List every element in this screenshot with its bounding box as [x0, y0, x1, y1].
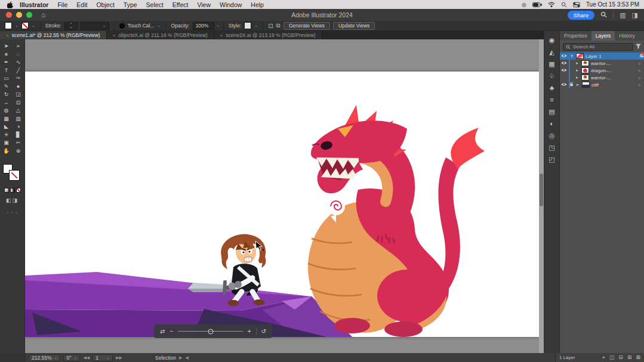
zoom-level-field[interactable]: 212.55% ⌄ — [29, 354, 60, 361]
tab-history[interactable]: History — [615, 31, 639, 41]
chevron-right-icon[interactable]: ▸ — [575, 61, 580, 66]
layer-row-cliff[interactable]: ▸ cliff ○ — [560, 81, 644, 88]
draw-modes-icon[interactable]: ◧◨ — [6, 197, 19, 203]
curvature-tool-icon[interactable]: ∿ — [14, 58, 23, 66]
blob-brush-tool-icon[interactable]: ● — [14, 83, 23, 91]
layer-name[interactable]: Layer 1 — [586, 54, 634, 59]
layer-row-warrior-2[interactable]: ▸ warrior-... ○ — [560, 74, 644, 81]
visibility-eye-icon[interactable] — [560, 82, 568, 88]
appearance-panel-icon[interactable]: ◎ — [549, 131, 555, 140]
window-minimize-button[interactable] — [16, 12, 22, 18]
export-panel-icon[interactable]: ◳ — [549, 143, 554, 152]
arrange-documents-icon[interactable]: ▥ — [620, 11, 625, 19]
menu-file[interactable]: File — [57, 1, 67, 8]
zoom-in-button[interactable]: + — [248, 328, 251, 335]
layer-thumbnail[interactable] — [581, 60, 589, 66]
clipping-mask-icon[interactable]: ◫ — [609, 354, 615, 361]
target-circle-icon[interactable]: ○ — [636, 76, 642, 80]
menu-object[interactable]: Object — [96, 1, 114, 8]
target-circle-icon[interactable]: ○ — [636, 54, 642, 58]
doc-tab-scene2x[interactable]: × scene2X.ai @ 213.19 % (RGB/Preview) — [214, 31, 322, 39]
menu-help[interactable]: Help — [251, 1, 264, 8]
workspace-switcher-icon[interactable]: ◨ — [632, 11, 638, 19]
selection-tool-icon[interactable]: ➤ — [2, 42, 11, 50]
wifi-icon[interactable] — [548, 2, 555, 8]
rectangle-tool-icon[interactable]: ▭ — [2, 75, 11, 82]
locate-object-icon[interactable]: ⌖ — [602, 354, 605, 361]
tab-close-icon[interactable]: × — [113, 33, 116, 38]
stroke-color-swatch[interactable] — [21, 22, 29, 29]
layer-thumbnail[interactable] — [576, 53, 584, 59]
paintbrush-tool-icon[interactable]: ✑ — [14, 75, 23, 82]
blend-tool-icon[interactable]: ◑ — [14, 123, 23, 131]
shape-builder-tool-icon[interactable]: ◍ — [2, 107, 11, 115]
gradient-mode-icon[interactable] — [10, 188, 15, 193]
transparency-panel-icon[interactable]: ◐ — [550, 119, 554, 128]
style-dropdown-icon[interactable]: ⌄ — [254, 23, 258, 28]
eyedropper-tool-icon[interactable]: ◣ — [2, 123, 11, 131]
color-mode-icon[interactable] — [4, 188, 9, 193]
menu-type[interactable]: Type — [124, 1, 137, 8]
slice-tool-icon[interactable]: ✂ — [14, 139, 23, 147]
generate-views-button[interactable]: Generate Views — [284, 22, 330, 30]
perspective-grid-tool-icon[interactable]: △ — [14, 107, 23, 115]
chevron-right-icon[interactable]: ▸ — [575, 82, 580, 87]
layers-search-input[interactable] — [573, 44, 630, 49]
free-transform-tool-icon[interactable]: ⊡ — [14, 99, 23, 107]
new-sublayer-icon[interactable]: ⊟ — [618, 354, 623, 361]
width-tool-icon[interactable]: ↔ — [2, 99, 11, 107]
hand-tool-icon[interactable]: ✋ — [2, 147, 11, 155]
app-search-icon[interactable] — [600, 10, 607, 20]
stroke-panel-icon[interactable]: ≡ — [550, 95, 553, 104]
canvas-area[interactable]: ⇄ − + ↺ — [25, 39, 539, 353]
chevron-down-icon[interactable]: ▾ — [569, 54, 574, 58]
menu-select[interactable]: Select — [146, 1, 164, 8]
layer-name[interactable]: warrior-... — [591, 61, 634, 66]
visibility-eye-icon[interactable] — [560, 60, 568, 66]
doc-tab-scene1[interactable]: × scene1.ai* @ 212.55 % (RGB/Preview) — [0, 31, 107, 39]
chevron-right-icon[interactable]: ▸ — [575, 68, 580, 73]
layers-search-box[interactable] — [563, 43, 633, 51]
stepper-down-icon[interactable]: ⌄ — [69, 26, 72, 28]
zoom-out-button[interactable]: − — [170, 328, 173, 335]
rotate-tool-icon[interactable]: ↻ — [2, 91, 11, 98]
layer-row-layer1[interactable]: ▾ Layer 1 ○ — [560, 52, 644, 60]
tab-close-icon[interactable]: × — [220, 33, 223, 38]
spotlight-icon[interactable] — [561, 2, 567, 8]
zoom-slider[interactable] — [178, 331, 243, 332]
menu-view[interactable]: View — [197, 1, 211, 8]
artboard-dropdown-icon[interactable]: ⌄ — [106, 355, 110, 360]
visibility-eye-icon[interactable] — [560, 67, 568, 73]
menu-illustrator[interactable]: Illustrator — [20, 1, 48, 8]
layer-name[interactable]: dragon-... — [591, 68, 634, 73]
artboard-tool-icon[interactable]: ▣ — [2, 139, 11, 147]
menu-edit[interactable]: Edit — [76, 1, 87, 8]
target-circle-icon[interactable]: ○ — [636, 69, 642, 73]
brush-dropdown-icon[interactable]: ⌄ — [158, 23, 161, 28]
zoom-dropdown-icon[interactable]: ⌄ — [54, 355, 58, 360]
target-circle-icon[interactable]: ○ — [636, 61, 642, 66]
stroke-swatch[interactable] — [10, 171, 19, 180]
edit-toolbar-icon[interactable]: · · · — [7, 209, 18, 215]
layer-name[interactable]: cliff — [591, 82, 634, 88]
rotate-view-icon[interactable]: ↺ — [261, 328, 266, 335]
window-close-button[interactable] — [6, 12, 12, 18]
document-setup-icon[interactable]: ⊡ — [268, 23, 273, 29]
stroke-weight-stepper[interactable]: ⌃ ⌄ — [64, 22, 78, 30]
pane-arrow-right-icon[interactable]: ▶ — [179, 355, 182, 360]
none-mode-icon[interactable] — [16, 188, 21, 193]
control-center-icon[interactable] — [573, 2, 580, 8]
artboards-panel-icon[interactable]: ▦ — [549, 60, 554, 69]
lock-icon[interactable] — [569, 82, 574, 88]
magic-wand-tool-icon[interactable]: ∗ — [2, 51, 11, 58]
visibility-eye-icon[interactable] — [560, 53, 568, 59]
layer-thumbnail[interactable] — [581, 67, 589, 73]
vertical-scrollbar[interactable] — [539, 39, 544, 353]
line-segment-tool-icon[interactable]: ╱ — [14, 67, 23, 75]
share-button[interactable]: Share — [568, 11, 594, 20]
dragon-artwork[interactable] — [308, 105, 485, 337]
lasso-tool-icon[interactable]: ◌ — [14, 51, 23, 58]
layer-name[interactable]: warrior-... — [591, 75, 634, 81]
rotation-field[interactable]: 0° ⌄ — [63, 354, 80, 361]
pen-tool-icon[interactable]: ✒ — [2, 58, 11, 66]
